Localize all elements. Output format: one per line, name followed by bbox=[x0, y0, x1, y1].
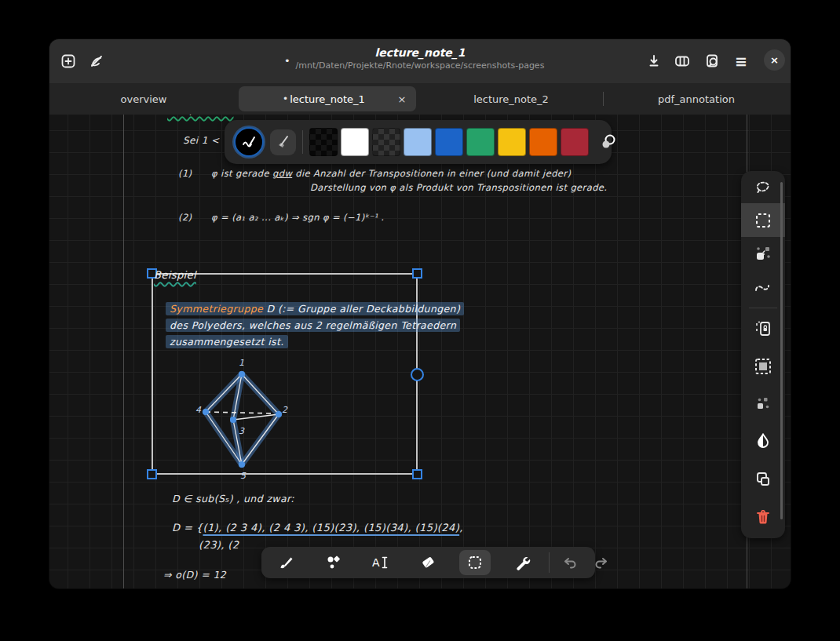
deselect-all-button[interactable] bbox=[741, 385, 785, 423]
note-item1-b: die Anzahl der Transpositionen in einer … bbox=[292, 168, 571, 179]
note-d-set-suffix: , bbox=[459, 522, 463, 534]
eraser-tool-button[interactable] bbox=[418, 553, 437, 572]
brush-tool-button[interactable] bbox=[277, 553, 296, 572]
new-tab-icon bbox=[60, 53, 76, 69]
swatch-black[interactable] bbox=[309, 128, 338, 156]
tab-overview[interactable]: overview bbox=[65, 83, 222, 115]
page-border-left bbox=[123, 115, 124, 588]
preview-button[interactable] bbox=[703, 52, 721, 71]
delete-selection-button[interactable] bbox=[741, 498, 785, 536]
tools-wrench-icon bbox=[513, 554, 531, 571]
note-sym-line2: des Polyeders, welches aus 2 regelmäßige… bbox=[166, 319, 460, 332]
note-d-set: D = {(1), (2 3 4), (2 4 3), (15)(23), (1… bbox=[172, 522, 463, 534]
selection-handle-right-middle[interactable] bbox=[411, 368, 424, 381]
select-all-button[interactable] bbox=[741, 348, 785, 385]
selection-handle-bottom-right[interactable] bbox=[412, 469, 422, 479]
redo-button[interactable] bbox=[592, 553, 611, 572]
select-all-icon bbox=[753, 356, 773, 377]
note-item2-text: φ = (a₁ a₂ ... aₖ) ⇒ sgn φ = (−1)ᵏ⁻¹ . bbox=[211, 212, 384, 223]
swatch-white[interactable] bbox=[341, 128, 369, 156]
panel-separator bbox=[749, 308, 777, 308]
download-button[interactable] bbox=[645, 52, 663, 71]
tool-toolbar: A bbox=[261, 547, 595, 578]
eraser-tool-icon bbox=[419, 554, 436, 571]
unsaved-indicator: • bbox=[284, 55, 290, 67]
octahedron-sketch: 1 2 3 4 5 bbox=[184, 355, 294, 484]
rect-select-icon bbox=[753, 210, 773, 231]
duplicate-button[interactable] bbox=[741, 461, 785, 498]
lasso-select-button[interactable] bbox=[741, 171, 785, 203]
note-sym-line1-rest: D (:= Gruppe aller Deckabbildungen) bbox=[263, 303, 460, 315]
note-sym-line3: zusammengesetzt ist. bbox=[166, 335, 288, 348]
octa-label-2: 2 bbox=[282, 405, 288, 415]
fill-color-button[interactable] bbox=[270, 129, 296, 155]
selection-handle-bottom-left[interactable] bbox=[147, 469, 157, 479]
typewriter-tool-icon: A bbox=[371, 554, 390, 571]
note-d-set-line2: (23), (2 bbox=[199, 539, 239, 551]
svg-text:A: A bbox=[372, 556, 380, 569]
tab-overview-label: overview bbox=[121, 93, 167, 105]
typewriter-tool-button[interactable]: A bbox=[371, 553, 390, 572]
note-item1-label: (1) bbox=[178, 168, 192, 179]
undo-button[interactable] bbox=[561, 553, 579, 572]
stroke-color-icon bbox=[240, 133, 257, 151]
selector-tool-button[interactable] bbox=[459, 550, 491, 575]
note-fragment-top: Transpositionen bbox=[167, 115, 234, 115]
main-menu-button[interactable]: ≡ bbox=[732, 52, 751, 71]
undo-icon bbox=[561, 554, 579, 571]
lock-aspect-button[interactable] bbox=[741, 310, 785, 348]
swatch-light-blue[interactable] bbox=[404, 128, 432, 156]
panel-scrollbar[interactable] bbox=[780, 182, 783, 519]
swatch-red[interactable] bbox=[561, 128, 589, 156]
invert-colors-button[interactable] bbox=[741, 423, 785, 461]
octa-label-5: 5 bbox=[240, 471, 247, 481]
stroke-color-button[interactable] bbox=[234, 127, 264, 157]
swatch-yellow[interactable] bbox=[498, 128, 526, 156]
swatch-green[interactable] bbox=[466, 128, 495, 156]
swatch-orange[interactable] bbox=[529, 128, 557, 156]
close-window-button[interactable]: × bbox=[764, 49, 785, 71]
duplicate-icon bbox=[753, 469, 773, 490]
split-view-button[interactable] bbox=[673, 52, 692, 71]
note-d-set-terms: (1), (2 3 4), (2 4 3), (15)(23), (15)(34… bbox=[203, 522, 459, 534]
note-sym-line1: Symmetriegruppe D (:= Gruppe aller Decka… bbox=[166, 302, 464, 315]
color-toolbar bbox=[225, 120, 612, 164]
pen-toggle-button[interactable] bbox=[87, 52, 106, 71]
shaper-tool-icon bbox=[325, 554, 342, 571]
toolbar-divider bbox=[302, 130, 303, 154]
note-sym-line2-text: des Polyeders, welches aus 2 regelmäßige… bbox=[166, 319, 460, 332]
note-sym-line3-text: zusammengesetzt ist. bbox=[166, 335, 288, 348]
tab-pdf-annotation[interactable]: pdf_annotation bbox=[618, 83, 775, 115]
invert-colors-icon bbox=[753, 432, 773, 452]
lasso-select-icon bbox=[753, 177, 773, 198]
tab-lecture-note-2[interactable]: lecture_note_2 bbox=[433, 83, 590, 115]
preview-icon bbox=[703, 53, 721, 70]
tab-bar: overview • lecture_note_1 × lecture_note… bbox=[49, 83, 791, 115]
color-picker-button[interactable] bbox=[598, 132, 619, 152]
path-select-button[interactable] bbox=[741, 271, 785, 304]
note-item2-label: (2) bbox=[178, 212, 192, 223]
rnote-window: • lecture_note_1 /mnt/Daten/Projekte/Rno… bbox=[49, 39, 791, 588]
color-picker-icon bbox=[598, 132, 619, 152]
swatch-blue[interactable] bbox=[435, 128, 463, 156]
new-tab-button[interactable] bbox=[59, 52, 78, 71]
tab-close-button[interactable]: × bbox=[394, 91, 410, 107]
download-icon bbox=[645, 53, 663, 70]
tab-lecture-note-1[interactable]: • lecture_note_1 × bbox=[239, 86, 416, 111]
note-sei: Sei 1 < bbox=[183, 135, 219, 146]
toolbar-divider bbox=[549, 552, 550, 573]
rect-select-button[interactable] bbox=[741, 203, 785, 237]
drawing-canvas[interactable]: Transpositionen Sei 1 < (1) φ ist gerade… bbox=[49, 115, 791, 588]
click-select-button[interactable] bbox=[741, 237, 785, 271]
header-bar: • lecture_note_1 /mnt/Daten/Projekte/Rno… bbox=[49, 39, 791, 83]
note-sym-word: Symmetriegruppe bbox=[170, 303, 263, 315]
selection-handle-top-right[interactable] bbox=[412, 268, 422, 279]
swatch-transparent[interactable] bbox=[372, 128, 400, 156]
tools-button[interactable] bbox=[513, 553, 531, 572]
note-order: ⇒ o(D) = 12 bbox=[163, 569, 226, 581]
close-icon: × bbox=[770, 54, 779, 66]
brush-tool-icon bbox=[278, 554, 295, 571]
pen-toggle-icon bbox=[89, 53, 104, 69]
lock-aspect-icon bbox=[753, 319, 773, 339]
shaper-tool-button[interactable] bbox=[324, 553, 343, 572]
